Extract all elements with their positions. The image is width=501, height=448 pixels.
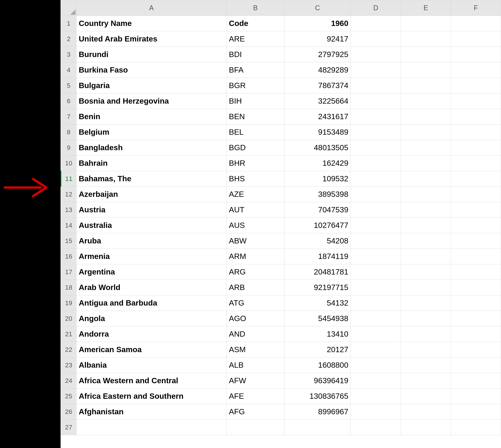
cell-B23[interactable]: ALB (227, 357, 284, 373)
cell-D12[interactable] (351, 187, 401, 202)
cell-E2[interactable] (401, 31, 451, 47)
cell-D11[interactable] (351, 171, 401, 187)
cell-D24[interactable] (351, 373, 401, 388)
cell-F10[interactable] (451, 156, 501, 171)
cell-B10[interactable]: BHR (227, 156, 284, 171)
cell-C4[interactable]: 4829289 (284, 62, 351, 78)
cell-C24[interactable]: 96396419 (284, 373, 351, 388)
cell-E24[interactable] (401, 373, 451, 388)
cell-B21[interactable]: AND (227, 326, 284, 342)
cell-F21[interactable] (451, 326, 501, 342)
cell-A13[interactable]: Austria (76, 202, 226, 218)
row-header-5[interactable]: 5 (61, 78, 76, 93)
cell-D15[interactable] (351, 233, 401, 249)
cell-B4[interactable]: BFA (227, 62, 284, 78)
cell-F14[interactable] (451, 218, 501, 233)
cell-E9[interactable] (401, 140, 451, 156)
cell-A3[interactable]: Burundi (76, 47, 226, 62)
row-header-27[interactable]: 27 (61, 420, 76, 435)
cell-B3[interactable]: BDI (227, 47, 284, 62)
cell-A2[interactable]: United Arab Emirates (76, 31, 226, 47)
cell-F6[interactable] (451, 93, 501, 109)
cell-F16[interactable] (451, 249, 501, 264)
row-header-2[interactable]: 2 (61, 31, 76, 47)
cell-D21[interactable] (351, 326, 401, 342)
cell-F11[interactable] (451, 171, 501, 187)
cell-E23[interactable] (401, 357, 451, 373)
row-header-24[interactable]: 24 (61, 373, 76, 388)
cell-B7[interactable]: BEN (227, 109, 284, 125)
cell-B12[interactable]: AZE (227, 187, 284, 202)
cell-A24[interactable]: Africa Western and Central (76, 373, 226, 388)
cell-E13[interactable] (401, 202, 451, 218)
row-header-15[interactable]: 15 (61, 233, 76, 249)
row-header-20[interactable]: 20 (61, 311, 76, 326)
cell-F20[interactable] (451, 311, 501, 326)
cell-F24[interactable] (451, 373, 501, 388)
cell-F27[interactable] (451, 420, 501, 435)
cell-F22[interactable] (451, 342, 501, 357)
cell-D19[interactable] (351, 295, 401, 311)
cell-D5[interactable] (351, 78, 401, 93)
cell-C16[interactable]: 1874119 (284, 249, 351, 264)
cell-C12[interactable]: 3895398 (284, 187, 351, 202)
cell-C14[interactable]: 10276477 (284, 218, 351, 233)
cell-E26[interactable] (401, 404, 451, 420)
cell-D23[interactable] (351, 357, 401, 373)
cell-A26[interactable]: Afghanistan (76, 404, 226, 420)
cell-D16[interactable] (351, 249, 401, 264)
cell-E17[interactable] (401, 264, 451, 280)
cell-E25[interactable] (401, 388, 451, 404)
cell-D22[interactable] (351, 342, 401, 357)
cell-C5[interactable]: 7867374 (284, 78, 351, 93)
cell-D17[interactable] (351, 264, 401, 280)
cell-C19[interactable]: 54132 (284, 295, 351, 311)
row-header-16[interactable]: 16 (61, 249, 76, 264)
cell-C26[interactable]: 8996967 (284, 404, 351, 420)
cell-E10[interactable] (401, 156, 451, 171)
cell-F18[interactable] (451, 280, 501, 295)
cell-E6[interactable] (401, 93, 451, 109)
cell-E1[interactable] (401, 16, 451, 31)
row-header-8[interactable]: 8 (61, 125, 76, 140)
cell-D9[interactable] (351, 140, 401, 156)
cell-C13[interactable]: 7047539 (284, 202, 351, 218)
cell-A8[interactable]: Belgium (76, 125, 226, 140)
cell-D13[interactable] (351, 202, 401, 218)
row-header-13[interactable]: 13 (61, 202, 76, 218)
cell-B9[interactable]: BGD (227, 140, 284, 156)
cell-B1[interactable]: Code (227, 16, 284, 31)
cell-D25[interactable] (351, 388, 401, 404)
cell-B27[interactable] (227, 420, 284, 435)
spreadsheet-area[interactable]: A B C D E F 1 Country Name Code 1960 (61, 0, 501, 448)
cell-D10[interactable] (351, 156, 401, 171)
cell-F3[interactable] (451, 47, 501, 62)
cell-E27[interactable] (401, 420, 451, 435)
cell-B22[interactable]: ASM (227, 342, 284, 357)
row-header-9[interactable]: 9 (61, 140, 76, 156)
cell-B26[interactable]: AFG (227, 404, 284, 420)
row-header-4[interactable]: 4 (61, 62, 76, 78)
cell-A23[interactable]: Albania (76, 357, 226, 373)
cell-C15[interactable]: 54208 (284, 233, 351, 249)
cell-E18[interactable] (401, 280, 451, 295)
cell-C20[interactable]: 5454938 (284, 311, 351, 326)
cell-E22[interactable] (401, 342, 451, 357)
cell-D18[interactable] (351, 280, 401, 295)
row-header-22[interactable]: 22 (61, 342, 76, 357)
cell-C27[interactable] (284, 420, 351, 435)
cell-D7[interactable] (351, 109, 401, 125)
row-header-6[interactable]: 6 (61, 93, 76, 109)
cell-C2[interactable]: 92417 (284, 31, 351, 47)
row-header-14[interactable]: 14 (61, 218, 76, 233)
cell-A12[interactable]: Azerbaijan (76, 187, 226, 202)
cell-A7[interactable]: Benin (76, 109, 226, 125)
cell-B14[interactable]: AUS (227, 218, 284, 233)
cell-A18[interactable]: Arab World (76, 280, 226, 295)
cell-B13[interactable]: AUT (227, 202, 284, 218)
cell-B17[interactable]: ARG (227, 264, 284, 280)
cell-B15[interactable]: ABW (227, 233, 284, 249)
row-header-12[interactable]: 12 (61, 187, 76, 202)
cell-E7[interactable] (401, 109, 451, 125)
cell-E16[interactable] (401, 249, 451, 264)
